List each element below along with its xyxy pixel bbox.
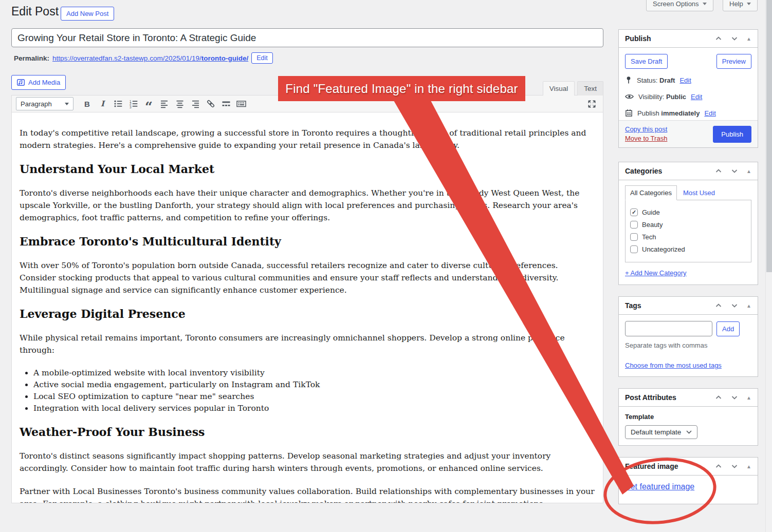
edit-visibility-link[interactable]: Edit (691, 93, 702, 101)
edit-schedule-link[interactable]: Edit (704, 109, 715, 117)
link-icon[interactable] (204, 98, 217, 110)
align-right-icon[interactable] (188, 98, 202, 110)
add-media-button[interactable]: Add Media (11, 75, 66, 90)
move-down-icon[interactable] (730, 462, 739, 470)
list-item: Local SEO optimization to capture "near … (33, 391, 595, 403)
panel-title: Publish (625, 34, 714, 43)
collapse-toggle-icon[interactable]: ▲ (746, 303, 751, 309)
add-new-post-button[interactable]: Add New Post (61, 7, 114, 21)
visibility-row: Visibility: Public Edit (625, 91, 751, 102)
template-select[interactable]: Default template (625, 425, 697, 439)
tab-visual[interactable]: Visual (543, 81, 575, 96)
list-item: Active social media engagement, particul… (33, 379, 595, 391)
blockquote-button[interactable]: “ (142, 98, 156, 110)
bold-button[interactable]: B (80, 98, 94, 110)
category-item[interactable]: Beauty (630, 218, 746, 231)
editor-content-area[interactable]: In today's competitive retail landscape,… (12, 112, 603, 503)
move-down-icon[interactable] (730, 301, 739, 310)
collapse-toggle-icon[interactable]: ▲ (746, 36, 751, 42)
align-left-icon[interactable] (157, 98, 171, 110)
set-featured-image-link[interactable]: Set featured image (625, 482, 694, 491)
tab-all-categories[interactable]: All Categories (625, 185, 677, 200)
svg-text:3: 3 (130, 105, 132, 109)
status-row: Status: Draft Edit (625, 75, 751, 85)
editor: Add Media Visual Text Paragraph B I 123 (11, 75, 603, 503)
edit-post-page: Screen Options Help Edit Post Add New Po… (0, 0, 772, 532)
move-down-icon[interactable] (730, 167, 739, 175)
align-center-icon[interactable] (173, 98, 187, 110)
copy-post-link[interactable]: Copy this post (625, 125, 667, 134)
italic-button[interactable]: I (96, 98, 109, 110)
editor-paragraph: Toronto's distinct seasons significantly… (20, 450, 595, 474)
checkbox-checked-icon[interactable] (630, 208, 638, 216)
checkbox-icon[interactable] (630, 221, 638, 229)
move-to-trash-link[interactable]: Move to Trash (625, 134, 667, 143)
help-button[interactable]: Help (723, 0, 758, 11)
add-media-label: Add Media (28, 79, 60, 86)
toolbar-toggle-icon[interactable] (234, 98, 248, 110)
read-more-tag-icon[interactable] (219, 98, 233, 110)
screen-options-button[interactable]: Screen Options (646, 0, 713, 11)
add-new-category-link[interactable]: + Add New Category (625, 269, 687, 277)
tab-text[interactable]: Text (577, 81, 603, 96)
category-item[interactable]: Uncategorized (630, 243, 746, 255)
move-up-icon[interactable] (714, 167, 723, 175)
move-up-icon[interactable] (714, 34, 723, 43)
collapse-toggle-icon[interactable]: ▲ (746, 168, 751, 174)
bulleted-list-icon[interactable] (111, 98, 125, 110)
tab-most-used[interactable]: Most Used (677, 186, 721, 200)
post-attributes-panel: Post Attributes ▲ Template Default templ… (618, 388, 758, 446)
featured-image-panel-header[interactable]: Featured image ▲ (619, 458, 758, 476)
scrollbar-thumb[interactable] (766, 0, 772, 272)
publish-button[interactable]: Publish (713, 126, 751, 143)
move-up-icon[interactable] (714, 393, 723, 402)
numbered-list-icon[interactable]: 123 (126, 98, 140, 110)
save-draft-button[interactable]: Save Draft (625, 54, 668, 69)
permalink-slug: toronto-guide/ (201, 54, 248, 62)
chevron-down-icon (703, 3, 707, 5)
category-item[interactable]: Tech (630, 231, 746, 243)
categories-panel-header[interactable]: Categories ▲ (619, 162, 758, 180)
category-item[interactable]: Guide (630, 206, 746, 218)
post-title-input[interactable] (11, 28, 603, 47)
paragraph-format-select[interactable]: Paragraph (16, 97, 73, 110)
editor-paragraph: Toronto's diverse neighborhoods each hav… (20, 187, 595, 224)
fullscreen-icon[interactable] (585, 98, 599, 110)
tags-panel-header[interactable]: Tags ▲ (619, 297, 758, 315)
permalink-url[interactable]: https://overratedfan.s2-tastewp.com/2025… (52, 54, 248, 62)
post-attributes-body: Template Default template (619, 407, 758, 445)
schedule-value: immediately (661, 109, 700, 117)
add-tag-button[interactable]: Add (716, 321, 740, 336)
categories-panel: Categories ▲ All Categories Most Used Gu… (618, 162, 758, 285)
move-up-icon[interactable] (714, 301, 723, 310)
template-label: Template (625, 413, 751, 421)
edit-status-link[interactable]: Edit (679, 77, 691, 84)
page-scrollbar[interactable] (765, 0, 772, 532)
category-label: Uncategorized (642, 245, 685, 253)
publish-major-actions: Copy this post Move to Trash Publish (619, 120, 758, 147)
featured-image-body: Set featured image (619, 476, 758, 504)
publish-panel-header[interactable]: Publish ▲ (619, 30, 758, 48)
editor-paragraph: With over 50% of Toronto's population bo… (20, 259, 595, 296)
editor-heading: Weather-Proof Your Business (20, 425, 595, 439)
move-down-icon[interactable] (730, 393, 739, 402)
choose-most-used-tags-link[interactable]: Choose from the most used tags (625, 362, 722, 369)
help-label: Help (729, 0, 743, 8)
list-item: Integration with local delivery services… (33, 403, 595, 414)
collapse-toggle-icon[interactable]: ▲ (746, 464, 751, 469)
template-select-value: Default template (631, 428, 681, 436)
schedule-label: Publish (637, 109, 659, 117)
preview-button[interactable]: Preview (716, 54, 751, 69)
post-attributes-panel-header[interactable]: Post Attributes ▲ (619, 389, 758, 407)
collapse-toggle-icon[interactable]: ▲ (746, 395, 751, 401)
permalink-edit-button[interactable]: Edit (251, 52, 273, 64)
editor-heading: Understand Your Local Market (20, 162, 595, 176)
editor-paragraph: In today's competitive retail landscape,… (20, 127, 595, 151)
new-tag-input[interactable] (625, 321, 712, 336)
panel-title: Featured image (625, 462, 714, 470)
schedule-row: Publish immediately Edit (625, 108, 751, 118)
checkbox-icon[interactable] (630, 233, 638, 241)
move-down-icon[interactable] (730, 34, 739, 43)
checkbox-icon[interactable] (630, 245, 638, 253)
move-up-icon[interactable] (714, 462, 723, 470)
